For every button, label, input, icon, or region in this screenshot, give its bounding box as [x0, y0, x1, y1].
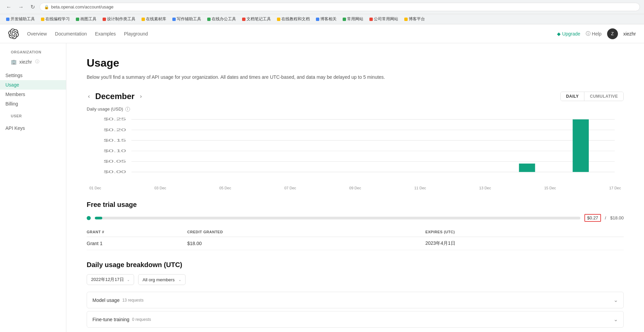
bookmark-favicon [369, 18, 373, 21]
sidebar-item-billing[interactable]: Billing [0, 99, 66, 109]
bookmark-item[interactable]: 博客平台 [402, 16, 427, 23]
bookmark-item[interactable]: 在线教程和文档 [275, 16, 312, 23]
grant-table: GRANT # CREDIT GRANTED EXPIRES (UTC) Gra… [87, 227, 624, 250]
bookmark-favicon [316, 18, 319, 21]
forward-button[interactable]: → [16, 3, 26, 11]
x-label-15dec: 15 Dec [544, 186, 556, 190]
grant-credit: $18.00 [176, 237, 414, 250]
bookmark-label: 在线编程学习 [45, 16, 70, 22]
bookmark-favicon [76, 18, 79, 21]
sidebar-org-name: 🏢 xiezhr ⓘ [5, 57, 61, 67]
usage-dot [87, 216, 91, 220]
bookmark-label: 写作辅助工具 [177, 16, 201, 22]
sidebar-item-api-keys[interactable]: API Keys [0, 123, 66, 133]
avatar-letter: Z [611, 31, 614, 36]
app-container: Overview Documentation Examples Playgrou… [0, 24, 644, 332]
chart-info-icon[interactable]: i [125, 107, 130, 112]
sidebar-item-label: Billing [5, 101, 18, 106]
breakdown-title: Daily usage breakdown (UTC) [87, 261, 624, 269]
bar-17dec [573, 120, 589, 172]
bookmark-favicon [103, 18, 106, 21]
lock-icon: 🔒 [44, 5, 49, 9]
page-title: Usage [87, 57, 624, 69]
bookmark-favicon [242, 18, 245, 21]
bookmark-label: 画图工具 [80, 16, 96, 22]
grant-header-0: GRANT # [87, 227, 176, 237]
openai-logo [8, 28, 19, 39]
model-usage-count: 13 requests [122, 298, 144, 303]
model-usage-title: Model usage 13 requests [92, 298, 144, 303]
date-filter-chevron: ⌄ [127, 278, 130, 282]
bookmark-favicon [142, 18, 145, 21]
x-label-05dec: 05 Dec [219, 186, 231, 190]
bookmark-item[interactable]: 在线办公工具 [205, 16, 238, 23]
bookmark-item[interactable]: 常用网站 [341, 16, 365, 23]
model-usage-accordion: Model usage 13 requests ⌄ [87, 292, 624, 308]
svg-text:$0.15: $0.15 [104, 138, 126, 142]
sidebar-item-usage[interactable]: Usage [0, 80, 66, 90]
nav-links: Overview Documentation Examples Playgrou… [27, 31, 148, 37]
x-label-13dec: 13 Dec [479, 186, 491, 190]
view-toggle: DAILY CUMULATIVE [560, 92, 624, 101]
nav-playground[interactable]: Playground [124, 31, 148, 37]
help-link[interactable]: ⓘ Help [586, 31, 602, 37]
grant-expires: 2023年4月1日 [414, 237, 624, 250]
nav-documentation[interactable]: Documentation [55, 31, 87, 37]
bookmark-label: 在线办公工具 [212, 16, 236, 22]
x-label-01dec: 01 Dec [89, 186, 101, 190]
date-filter-select[interactable]: 2022年12月17日 ⌄ [87, 274, 134, 285]
reload-button[interactable]: ↻ [28, 3, 37, 11]
sidebar-item-label: Members [5, 92, 25, 97]
upgrade-label: Upgrade [562, 31, 580, 37]
model-usage-header[interactable]: Model usage 13 requests ⌄ [87, 292, 623, 308]
bookmark-item[interactable]: 博客相关 [314, 16, 339, 23]
finetune-header[interactable]: Fine-tune training 0 requests ⌄ [87, 311, 623, 327]
help-label: Help [592, 31, 602, 37]
prev-month-button[interactable]: ‹ [87, 92, 91, 101]
bookmark-item[interactable]: 文档笔记工具 [240, 16, 273, 23]
member-filter-chevron: ⌄ [178, 278, 181, 282]
chart-label: Daily usage (USD) i [87, 106, 624, 112]
member-filter-select[interactable]: All org members ⌄ [138, 274, 186, 285]
address-bar[interactable]: 🔒 beta.openai.com/account/usage [40, 3, 640, 11]
bookmark-item[interactable]: 开发辅助工具 [4, 16, 37, 23]
bookmark-label: 公司常用网站 [374, 16, 398, 22]
info-icon: ⓘ [35, 59, 39, 65]
nav-overview[interactable]: Overview [27, 31, 47, 37]
x-axis-labels: 01 Dec 03 Dec 05 Dec 07 Dec 09 Dec 11 De… [87, 186, 624, 190]
back-button[interactable]: ← [4, 3, 14, 11]
upgrade-button[interactable]: ◆ Upgrade [557, 31, 580, 37]
user-avatar[interactable]: Z [607, 28, 618, 39]
bookmark-label: 博客相关 [320, 16, 337, 22]
bookmark-item[interactable]: 在线编程学习 [39, 16, 72, 23]
main-layout: ORGANIZATION 🏢 xiezhr ⓘ Settings Usage M… [0, 43, 644, 332]
grant-header-1: CREDIT GRANTED [176, 227, 414, 237]
nav-right: ◆ Upgrade ⓘ Help Z xiezhr [557, 28, 636, 39]
bookmark-favicon [277, 18, 280, 21]
grant-header-2: EXPIRES (UTC) [414, 227, 624, 237]
username-text: xiezhr [623, 31, 636, 37]
cumulative-toggle-button[interactable]: CUMULATIVE [584, 92, 623, 101]
bookmark-item[interactable]: 写作辅助工具 [170, 16, 203, 23]
usage-bar-track [95, 217, 580, 219]
bookmark-item[interactable]: 画图工具 [74, 16, 99, 23]
daily-toggle-button[interactable]: DAILY [561, 92, 584, 101]
bookmark-item[interactable]: 公司常用网站 [367, 16, 400, 23]
sidebar-item-members[interactable]: Members [0, 90, 66, 99]
usage-amount-total: $18.00 [610, 215, 624, 220]
month-title: December [95, 92, 134, 101]
next-month-button[interactable]: › [138, 92, 143, 101]
bookmark-favicon [6, 18, 9, 21]
bookmark-item[interactable]: 设计制作类工具 [101, 16, 137, 23]
nav-examples[interactable]: Examples [95, 31, 116, 37]
building-icon: 🏢 [11, 59, 17, 65]
chart-svg: $0.25 $0.20 $0.15 $0.10 $0.05 $0.00 [87, 116, 624, 183]
bookmark-favicon [172, 18, 176, 21]
x-label-03dec: 03 Dec [154, 186, 166, 190]
finetune-chevron: ⌄ [614, 316, 618, 323]
bookmark-label: 常用网站 [347, 16, 363, 22]
sidebar-item-label: Usage [5, 82, 19, 88]
bookmarks-bar: 开发辅助工具在线编程学习画图工具设计制作类工具在线素材库写作辅助工具在线办公工具… [0, 14, 644, 24]
sidebar-item-settings[interactable]: Settings [0, 71, 66, 80]
bookmark-item[interactable]: 在线素材库 [139, 16, 168, 23]
